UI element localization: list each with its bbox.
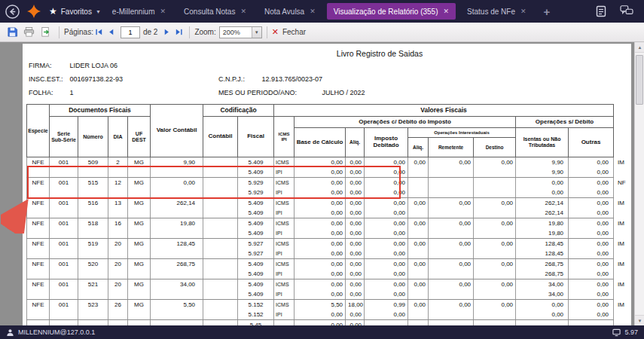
cell-base: 0,00 [295, 208, 346, 218]
cell-remetente: 0,00 [429, 300, 474, 310]
scroll-down-icon[interactable]: ▼ [635, 315, 644, 325]
clipboard-icon[interactable] [594, 5, 608, 18]
table-row: NFE00152326MG5,505.152ICMS5,5018,000,990… [27, 300, 632, 310]
titlebar: ★ Favoritos ▼ e-Millennium ✕ Consulta No… [0, 0, 644, 23]
cell-obs [614, 167, 632, 178]
cell-valor-contabil: 0,00 [151, 178, 203, 188]
tab-label: e-Millennium [112, 8, 155, 16]
cell-uf: MG [128, 279, 151, 290]
cell-inter-aliq [408, 310, 429, 320]
tab-close-icon[interactable]: ✕ [160, 8, 166, 15]
cell-numero: 515 [78, 178, 108, 188]
cell-obs [614, 249, 632, 259]
cell-serie [50, 269, 78, 279]
chat-icon[interactable] [620, 5, 633, 18]
cell-aliq: 0,00 [346, 320, 365, 326]
tab-close-icon[interactable]: ✕ [240, 8, 246, 15]
cell-obs: IM [614, 300, 632, 310]
tab-consulta-notas[interactable]: Consulta Notas ✕ [177, 3, 253, 20]
zoom-select[interactable]: 200% ▼ [219, 26, 262, 38]
table-row: NFE00151512MG0,005.929ICMS0,000,000,000,… [27, 178, 632, 188]
table-row: NFE00151613MG262,145.409ICMS0,000,000,00… [27, 198, 632, 209]
cell-inter-aliq [408, 178, 429, 188]
col-header-uf: UFDEST [128, 117, 151, 157]
tab-nota-avulsa[interactable]: Nota Avulsa ✕ [258, 3, 322, 20]
cell-especie [27, 249, 50, 259]
cell-dia: 20 [108, 239, 128, 249]
cell-uf: MG [128, 157, 151, 168]
folha-value: 1 [70, 89, 217, 96]
cell-fiscal: 5.927 [238, 249, 274, 259]
cell-destino [474, 320, 516, 326]
cell-valor-contabil: 19,80 [151, 218, 203, 229]
tab-close-icon[interactable]: ✕ [520, 8, 526, 15]
cell-uf [128, 249, 151, 259]
group-header-op-sdebito: Operações s/ Débito [516, 117, 614, 128]
first-page-button[interactable] [93, 26, 105, 38]
scrollbar-thumb[interactable] [636, 55, 643, 105]
back-button[interactable] [5, 4, 20, 20]
cell-aliq: 0,00 [346, 178, 365, 188]
cell-aliq: 0,00 [346, 228, 365, 239]
cell-serie: 001 [50, 198, 78, 209]
scroll-up-icon[interactable]: ▲ [635, 42, 644, 53]
save-icon[interactable] [7, 26, 19, 38]
cell-fiscal: 5.409 [238, 228, 274, 239]
zoom-label: Zoom: [194, 28, 215, 36]
cell-icms-ipi: IPI [274, 228, 295, 239]
cell-contabil [203, 239, 238, 249]
cell-inter-aliq [408, 208, 429, 218]
cell-inter-aliq [408, 228, 429, 239]
page-number-input[interactable] [121, 26, 140, 38]
cell-especie [27, 310, 50, 320]
cell-imposto-debitado: 0,00 [365, 289, 408, 300]
tab-e-millennium[interactable]: e-Millennium ✕ [105, 3, 172, 20]
cell-outras: 0,00 [569, 289, 614, 300]
cell-fiscal: 5.929 [238, 178, 274, 188]
tab-close-icon[interactable]: ✕ [310, 8, 316, 15]
cell-aliq: 0,00 [346, 289, 365, 300]
cell-fiscal: 5.409 [238, 269, 274, 279]
favorites-button[interactable]: ★ Favoritos ▼ [49, 6, 101, 17]
pages-label: Páginas: [64, 28, 93, 36]
cell-fiscal: 5.152 [238, 300, 274, 310]
cell-isentas: 262,14 [516, 198, 569, 209]
statusbar: MILLENNIUM@127.0.0.1 5.97 [0, 325, 644, 339]
cnpj-label: C.N.P.J.: [218, 75, 260, 83]
cell-isentas: 34,00 [516, 289, 569, 300]
cell-valor-contabil [151, 249, 203, 259]
report-page: Livro Registro de Saidas FIRMA: LIDER LO… [23, 44, 631, 325]
cell-outras: 0,00 [569, 198, 614, 209]
cell-numero: 519 [78, 239, 108, 249]
cell-aliq: 0,00 [346, 239, 365, 249]
cell-isentas: 268,75 [516, 269, 569, 279]
vertical-scrollbar[interactable]: ▲ ▼ [634, 42, 644, 325]
group-header-codificacao: Codificação [203, 105, 274, 117]
tab-close-icon[interactable]: ✕ [444, 8, 450, 15]
new-tab-button[interactable]: + [538, 5, 557, 18]
tab-visualizacao-relatorio[interactable]: Visualização de Relatório (355) ✕ [327, 3, 456, 20]
cell-serie: 001 [50, 300, 78, 310]
export-icon[interactable] [40, 26, 52, 38]
cell-destino: 0,00 [474, 239, 516, 249]
cell-aliq: 0,00 [346, 157, 365, 168]
next-page-button[interactable] [160, 26, 172, 38]
print-icon[interactable] [23, 26, 35, 38]
cell-contabil [203, 208, 238, 218]
cell-outras: 0,00 [569, 188, 614, 198]
last-page-button[interactable] [172, 26, 185, 38]
cell-base: 5,50 [295, 300, 346, 310]
cell-numero: 523 [78, 300, 108, 310]
col-header-isentas: Isentas ou NãoTributadas [516, 128, 569, 157]
star-icon: ★ [49, 6, 57, 17]
cell-especie [27, 269, 50, 279]
app-window: ★ Favoritos ▼ e-Millennium ✕ Consulta No… [0, 0, 644, 339]
cell-isentas: 0,00 [516, 310, 569, 320]
previous-page-button[interactable] [105, 26, 118, 38]
cell-isentas: 268,75 [516, 259, 569, 270]
close-report-button[interactable]: ✕ Fechar [272, 27, 306, 37]
insc-line: INSC.EST.: 001697138.22-93 C.N.P.J.: 12.… [29, 75, 322, 83]
cell-inter-aliq: 0,00 [408, 239, 429, 249]
cell-uf: MG [128, 259, 151, 270]
tab-status-nfe[interactable]: Status de NFe ✕ [460, 3, 533, 20]
